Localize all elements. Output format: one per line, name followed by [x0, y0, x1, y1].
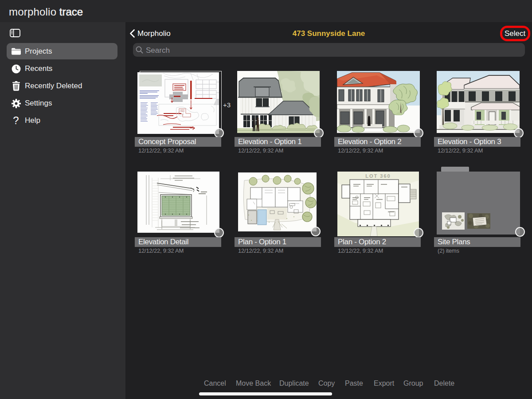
svg-text:LOT 360: LOT 360	[365, 173, 391, 179]
